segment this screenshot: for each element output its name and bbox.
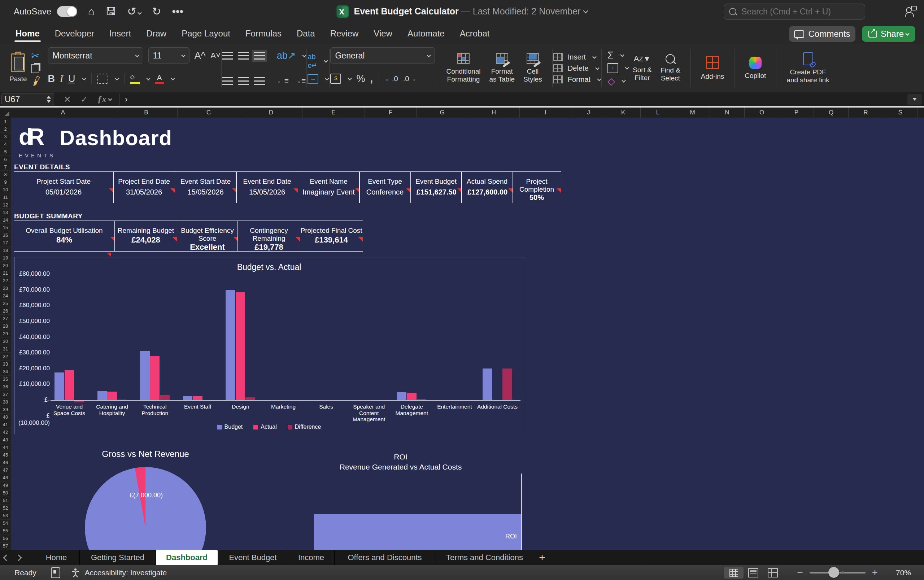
- sheet-tab-getting-started[interactable]: Getting Started: [80, 550, 156, 565]
- row-header-37[interactable]: 37: [0, 391, 11, 399]
- row-header-57[interactable]: 57: [0, 542, 11, 550]
- find-select-button[interactable]: Find & Select: [656, 54, 685, 82]
- zoom-in-button[interactable]: +: [872, 567, 878, 578]
- row-header-54[interactable]: 54: [0, 520, 11, 527]
- column-header-n[interactable]: N: [710, 107, 744, 118]
- summary-card-overall-budget-utilisation[interactable]: Overall Budget Utilisation84%: [14, 221, 115, 252]
- event-card-event-start-date[interactable]: Event Start Date15/05/2026: [175, 171, 237, 203]
- row-header-56[interactable]: 56: [0, 535, 11, 542]
- row-header-1[interactable]: 1: [0, 118, 11, 125]
- align-left-button[interactable]: [222, 77, 233, 85]
- add-sheet-button[interactable]: +: [534, 550, 550, 565]
- sheet-tab-terms-and-conditions[interactable]: Terms and Conditions: [435, 550, 534, 565]
- format-as-table-button[interactable]: Format as Table: [485, 53, 519, 83]
- bar-budget-venue-and-space-costs[interactable]: [54, 372, 64, 400]
- cancel-icon[interactable]: ✕: [64, 94, 71, 105]
- row-header-13[interactable]: 13: [0, 209, 11, 216]
- row-header-16[interactable]: 16: [0, 231, 11, 239]
- column-header-l[interactable]: L: [641, 107, 675, 118]
- cut-icon[interactable]: ✂: [31, 50, 41, 62]
- row-header-19[interactable]: 19: [0, 254, 11, 262]
- copy-icon[interactable]: [31, 64, 40, 73]
- ribbon-tab-review[interactable]: Review: [323, 23, 366, 44]
- event-card-event-name[interactable]: Event NameImaginary Event: [298, 171, 360, 203]
- summary-card-projected-final-cost[interactable]: Projected Final Cost£139,614: [300, 221, 363, 252]
- bar-budget-design[interactable]: [226, 290, 236, 400]
- fill-color-button[interactable]: ◇: [130, 73, 140, 84]
- normal-view-button[interactable]: [724, 567, 743, 578]
- row-header-35[interactable]: 35: [0, 376, 11, 383]
- fill-down-icon[interactable]: ↓: [608, 63, 618, 73]
- conditional-formatting-button[interactable]: Conditional Formatting: [442, 53, 485, 83]
- ribbon-tab-automate[interactable]: Automate: [400, 23, 452, 44]
- accounting-chevron-icon[interactable]: [348, 76, 352, 80]
- gross-vs-net-pie-chart[interactable]: [85, 467, 206, 550]
- event-card-event-end-date[interactable]: Event End Date15/05/2026: [236, 171, 298, 203]
- zoom-out-button[interactable]: −: [797, 567, 803, 578]
- row-header-44[interactable]: 44: [0, 444, 11, 451]
- percent-style-button[interactable]: %: [356, 73, 365, 84]
- sheet-tab-dashboard[interactable]: Dashboard: [156, 550, 218, 565]
- borders-button[interactable]: [97, 74, 108, 84]
- row-header-5[interactable]: 5: [0, 148, 11, 156]
- row-header-4[interactable]: 4: [0, 140, 11, 148]
- row-header-29[interactable]: 29: [0, 330, 11, 338]
- row-header-8[interactable]: 8: [0, 171, 11, 178]
- title-chevron-icon[interactable]: [583, 8, 588, 13]
- event-card-event-type[interactable]: Event TypeConference: [359, 171, 411, 203]
- roi-bar[interactable]: ROI: [314, 514, 521, 550]
- row-header-40[interactable]: 40: [0, 414, 11, 421]
- row-header-39[interactable]: 39: [0, 406, 11, 414]
- insert-function-icon[interactable]: ƒx: [97, 94, 107, 104]
- share-presence-icon[interactable]: [905, 6, 916, 16]
- paste-button[interactable]: Paste: [5, 53, 31, 83]
- decrease-decimal-button[interactable]: .0→: [403, 75, 417, 83]
- ribbon-tab-developer[interactable]: Developer: [47, 23, 102, 44]
- zoom-level[interactable]: 70%: [888, 568, 911, 577]
- sheet-nav-right-icon[interactable]: [12, 550, 25, 565]
- row-header-23[interactable]: 23: [0, 284, 11, 292]
- zoom-slider-knob[interactable]: [828, 567, 839, 578]
- row-header-55[interactable]: 55: [0, 527, 11, 535]
- row-header-36[interactable]: 36: [0, 383, 11, 391]
- budget-vs-actual-chart[interactable]: Budget vs. Actual £80,000.00£70,000.00£6…: [14, 257, 524, 434]
- select-all-button[interactable]: [0, 107, 11, 118]
- autosave-toggle[interactable]: [57, 6, 77, 17]
- row-header-31[interactable]: 31: [0, 345, 11, 353]
- redo-icon[interactable]: ↻: [152, 5, 161, 18]
- bar-actual-design[interactable]: [236, 292, 245, 400]
- align-middle-button[interactable]: [238, 52, 249, 59]
- column-header-e[interactable]: E: [303, 107, 365, 118]
- ribbon-tab-insert[interactable]: Insert: [102, 23, 138, 44]
- status-accessibility[interactable]: Accessibility: Investigate: [85, 568, 167, 577]
- row-header-41[interactable]: 41: [0, 421, 11, 429]
- row-header-7[interactable]: 7: [0, 163, 11, 171]
- row-header-45[interactable]: 45: [0, 451, 11, 459]
- underline-button[interactable]: U: [68, 73, 76, 84]
- row-header-21[interactable]: 21: [0, 269, 11, 277]
- sheet-nav-left-icon[interactable]: [0, 550, 12, 565]
- row-header-17[interactable]: 17: [0, 239, 11, 247]
- bar-budget-technical-production[interactable]: [140, 351, 150, 400]
- summary-card-remaining-budget[interactable]: Remaining Budget£24,028: [114, 221, 177, 252]
- increase-font-icon[interactable]: A^: [194, 50, 206, 61]
- column-header-r[interactable]: R: [848, 107, 883, 118]
- sheet-tab-event-budget[interactable]: Event Budget: [218, 550, 288, 565]
- autosum-chevron-icon[interactable]: [620, 53, 624, 57]
- event-card-project-start-date[interactable]: Project Start Date05/01/2026: [14, 171, 114, 203]
- bar-actual-venue-and-space-costs[interactable]: [64, 370, 74, 400]
- delete-cells-button[interactable]: Delete: [553, 64, 601, 72]
- cell-styles-button[interactable]: Cell Styles: [519, 53, 547, 83]
- bar-budget-delegate-management[interactable]: [397, 392, 407, 400]
- column-header-a[interactable]: A: [11, 107, 115, 118]
- enter-icon[interactable]: ✓: [81, 94, 88, 105]
- bar-difference-additional-costs[interactable]: [502, 369, 512, 400]
- home-icon[interactable]: ⌂: [88, 5, 95, 18]
- row-header-50[interactable]: 50: [0, 489, 11, 497]
- ribbon-tab-view[interactable]: View: [366, 23, 400, 44]
- name-box[interactable]: U67: [2, 93, 54, 105]
- row-header-18[interactable]: 18: [0, 247, 11, 254]
- bar-actual-technical-production[interactable]: [150, 356, 160, 400]
- comma-style-button[interactable]: ,: [370, 73, 373, 84]
- bar-actual-delegate-management[interactable]: [407, 393, 417, 400]
